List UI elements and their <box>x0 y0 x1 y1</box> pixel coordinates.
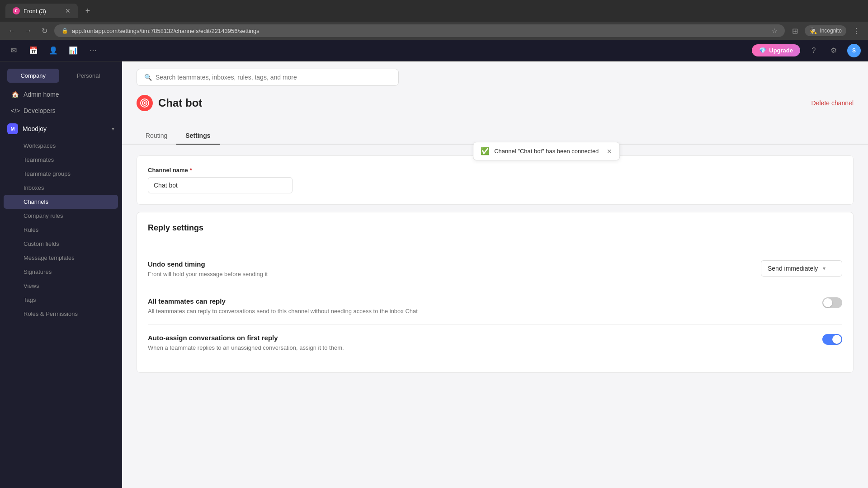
auto-assign-label: Auto-assign conversations on first reply <box>148 334 464 342</box>
sidebar-item-teammate-groups[interactable]: Teammate groups <box>4 167 118 181</box>
admin-home-label: Admin home <box>24 91 59 98</box>
auto-assign-control <box>822 334 842 345</box>
all-teammates-info: All teammates can reply All teammates ca… <box>148 297 464 316</box>
chevron-down-icon: ▾ <box>823 265 826 272</box>
auto-assign-toggle[interactable] <box>822 334 842 345</box>
tab-routing[interactable]: Routing <box>137 127 176 145</box>
sidebar-item-developers[interactable]: </> Developers <box>4 103 118 119</box>
channel-name-section: Channel name * <box>137 155 854 205</box>
all-teammates-control <box>822 297 842 308</box>
notification-text: Channel "Chat bot" has been connected <box>494 148 599 155</box>
section-divider <box>148 242 842 242</box>
settings-icon[interactable]: ⚙ <box>827 44 840 57</box>
notification-banner: ✅ Channel "Chat bot" has been connected … <box>473 142 620 160</box>
sidebar-item-views[interactable]: Views <box>4 279 118 293</box>
chevron-down-icon: ▾ <box>112 126 114 132</box>
send-timing-select-wrap: Send immediately ▾ <box>761 260 842 277</box>
analytics-icon[interactable]: 📊 <box>67 44 80 57</box>
more-icon[interactable]: ⋯ <box>87 44 99 57</box>
lock-icon: 🔒 <box>61 28 68 34</box>
undo-send-timing-desc: Front will hold your message before send… <box>148 270 464 279</box>
svg-point-2 <box>144 102 146 104</box>
sidebar-toggle: Company Personal <box>0 61 122 86</box>
incognito-icon: 🕵 <box>809 27 817 34</box>
company-toggle-button[interactable]: Company <box>7 69 59 83</box>
company-name: Moodjoy <box>23 125 47 132</box>
all-teammates-desc: All teammates can reply to conversations… <box>148 307 464 316</box>
all-teammates-label: All teammates can reply <box>148 297 464 305</box>
sidebar-item-roles-permissions[interactable]: Roles & Permissions <box>4 307 118 321</box>
upgrade-label: Upgrade <box>769 47 793 54</box>
sidebar-item-tags[interactable]: Tags <box>4 293 118 307</box>
all-teammates-toggle[interactable] <box>822 297 842 308</box>
sidebar-item-custom-fields[interactable]: Custom fields <box>4 237 118 251</box>
search-input-wrap[interactable]: 🔍 <box>137 69 399 86</box>
refresh-button[interactable]: ↻ <box>38 24 51 37</box>
channel-name-input[interactable] <box>148 177 292 193</box>
bookmark-icon: ☆ <box>772 27 778 34</box>
channel-icon <box>137 95 153 111</box>
company-initial: M <box>10 126 14 131</box>
undo-send-timing-info: Undo send timing Front will hold your me… <box>148 260 464 279</box>
sidebar-item-workspaces[interactable]: Workspaces <box>4 139 118 153</box>
forward-button[interactable]: → <box>22 24 34 37</box>
contacts-icon[interactable]: 👤 <box>47 44 60 57</box>
upgrade-button[interactable]: 💎 Upgrade <box>752 44 800 56</box>
toggle-thumb <box>832 335 841 344</box>
sidebar-item-company-rules[interactable]: Company rules <box>4 209 118 223</box>
new-tab-button[interactable]: + <box>81 5 94 17</box>
tab-settings[interactable]: Settings <box>176 127 219 145</box>
sidebar: Company Personal 🏠 Admin home </> Develo… <box>0 61 122 488</box>
content-area: 🔍 ✅ Channel "Chat bot" has been connecte… <box>122 61 868 488</box>
tab-title: Front (3) <box>24 8 46 14</box>
send-timing-value: Send immediately <box>768 265 818 272</box>
toggle-thumb <box>823 298 832 307</box>
sidebar-item-message-templates[interactable]: Message templates <box>4 251 118 265</box>
browser-tab[interactable]: F Front (3) ✕ <box>5 4 78 18</box>
sidebar-item-admin-home[interactable]: 🏠 Admin home <box>4 86 118 103</box>
sidebar-item-channels[interactable]: Channels <box>4 195 118 209</box>
auto-assign-row: Auto-assign conversations on first reply… <box>148 325 842 361</box>
auto-assign-info: Auto-assign conversations on first reply… <box>148 334 464 352</box>
sidebar-item-signatures[interactable]: Signatures <box>4 265 118 279</box>
home-icon: 🏠 <box>11 91 19 98</box>
back-button[interactable]: ← <box>5 24 18 37</box>
url-bar[interactable]: 🔒 app.frontapp.com/settings/tim:7858132/… <box>54 24 785 37</box>
delete-channel-button[interactable]: Delete channel <box>811 99 854 107</box>
diamond-icon: 💎 <box>759 47 766 54</box>
url-text: app.frontapp.com/settings/tim:7858132/ch… <box>72 28 259 34</box>
search-input[interactable] <box>156 74 391 81</box>
reply-settings-section: Reply settings Undo send timing Front wi… <box>137 212 854 373</box>
sidebar-item-inboxes[interactable]: Inboxes <box>4 181 118 195</box>
search-icon: 🔍 <box>144 74 152 81</box>
send-timing-select[interactable]: Send immediately ▾ <box>761 260 842 277</box>
menu-button[interactable]: ⋮ <box>850 24 863 37</box>
undo-send-timing-label: Undo send timing <box>148 260 464 268</box>
incognito-label: Incognito <box>820 28 842 34</box>
undo-send-timing-control: Send immediately ▾ <box>761 260 842 277</box>
channel-title-row: Chat bot <box>137 95 202 111</box>
notification-close-button[interactable]: ✕ <box>607 148 612 155</box>
incognito-badge: 🕵 Incognito <box>805 25 846 36</box>
sidebar-item-teammates[interactable]: Teammates <box>4 153 118 167</box>
auto-assign-desc: When a teammate replies to an unassigned… <box>148 343 464 352</box>
search-bar-wrap: 🔍 <box>122 61 868 86</box>
company-icon: M <box>7 123 18 134</box>
avatar[interactable]: S <box>847 44 861 57</box>
required-indicator: * <box>190 167 192 174</box>
extensions-button[interactable]: ⊞ <box>788 24 801 37</box>
favicon-icon: F <box>13 7 20 14</box>
sidebar-company-item[interactable]: M Moodjoy ▾ <box>0 119 122 139</box>
tabs-row: Routing Settings <box>122 118 868 145</box>
tab-close-icon[interactable]: ✕ <box>65 7 71 14</box>
help-icon[interactable]: ? <box>807 44 820 57</box>
code-icon: </> <box>11 107 19 114</box>
channel-title: Chat bot <box>158 97 202 109</box>
check-icon: ✅ <box>481 147 490 155</box>
calendar-icon[interactable]: 📅 <box>27 44 40 57</box>
inbox-icon[interactable]: ✉ <box>7 44 20 57</box>
all-teammates-row: All teammates can reply All teammates ca… <box>148 288 842 325</box>
reply-settings-title: Reply settings <box>148 223 842 233</box>
personal-toggle-button[interactable]: Personal <box>63 69 115 83</box>
sidebar-item-rules[interactable]: Rules <box>4 223 118 237</box>
